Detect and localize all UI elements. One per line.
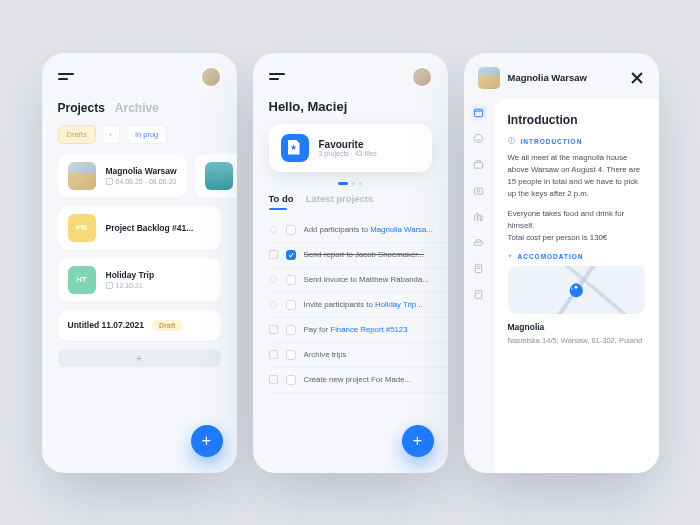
favourite-card[interactable]: Favourite 3 projects · 43 files <box>269 124 432 172</box>
todo-row[interactable]: Send invoice to Matthew Rabanda... <box>269 268 448 293</box>
filter-chip-drafts[interactable]: Drafts <box>58 125 96 144</box>
svg-rect-0 <box>474 109 482 116</box>
todo-checkbox[interactable] <box>286 350 296 360</box>
tab-notes-icon[interactable] <box>471 261 487 277</box>
tab-camera-icon[interactable] <box>471 183 487 199</box>
draft-badge: Draft <box>152 320 182 331</box>
location-name: Magnolia <box>508 322 645 332</box>
svg-point-1 <box>474 134 482 142</box>
svg-rect-5 <box>474 242 482 245</box>
project-title: Magnolia Warsaw <box>106 166 177 176</box>
filter-chip-inprogress[interactable]: In prog <box>126 125 167 144</box>
tab-car-icon[interactable] <box>471 235 487 251</box>
intro-paragraph: Everyone takes food and drink for himsel… <box>508 208 645 244</box>
project-title: Holiday Trip <box>106 270 155 280</box>
menu-icon[interactable] <box>58 73 74 80</box>
attachment-icon <box>269 275 278 284</box>
section-heading: Introduction <box>508 113 645 127</box>
info-icon: ⓘ <box>508 137 516 146</box>
todo-row[interactable]: Invite participants to Holiday Trip... <box>269 293 448 318</box>
note-icon <box>269 350 278 359</box>
add-project-bar[interactable]: + <box>58 349 221 367</box>
project-thumb-photo <box>205 162 233 190</box>
map-preview[interactable]: ⬤● <box>508 266 645 314</box>
subsection-label: ⓘ INTRODUCTION <box>508 137 645 146</box>
project-thumb-photo <box>68 162 96 190</box>
favourite-meta: 3 projects · 43 files <box>319 150 377 157</box>
calendar-icon <box>106 282 113 289</box>
todo-row[interactable]: Pay for Finance Report #5123 <box>269 318 448 343</box>
todo-checkbox[interactable] <box>286 250 296 260</box>
tab-checklist-icon[interactable] <box>471 287 487 303</box>
subsection-label: ⌖ ACCOMODATION <box>508 252 645 260</box>
note-icon <box>269 250 278 259</box>
tab-smile-icon[interactable] <box>471 131 487 147</box>
fab-add-button[interactable]: + <box>191 425 223 457</box>
svg-rect-3 <box>474 188 482 194</box>
svg-point-4 <box>477 190 480 193</box>
todo-list: Add participants to Magnolia Warsa... Se… <box>253 204 448 393</box>
project-thumb-photo <box>478 67 500 89</box>
project-title: Untitled 11.07.2021 <box>68 320 145 330</box>
filter-chip-add[interactable]: + <box>102 125 120 144</box>
todo-checkbox[interactable] <box>286 300 296 310</box>
project-card-peek[interactable] <box>195 154 237 198</box>
note-icon <box>269 375 278 384</box>
svg-point-8 <box>575 286 578 289</box>
avatar[interactable] <box>412 67 432 87</box>
todo-checkbox[interactable] <box>286 375 296 385</box>
project-title: Project Backlog #41... <box>106 223 194 233</box>
project-thumb-initials: PB <box>68 214 96 242</box>
todo-checkbox[interactable] <box>286 225 296 235</box>
pager-dots[interactable] <box>253 172 448 191</box>
map-pin-icon <box>569 280 583 298</box>
project-card-untitled[interactable]: Untitled 11.07.2021 Draft <box>58 310 221 341</box>
svg-rect-7 <box>475 290 481 298</box>
tab-todo[interactable]: To do <box>269 193 294 204</box>
screen-project-detail: Magnolia Warsaw Introduction ⓘ INTRODUCT… <box>464 53 659 473</box>
attachment-icon <box>269 300 278 309</box>
note-icon <box>269 325 278 334</box>
tab-projects[interactable]: Projects <box>58 101 105 115</box>
todo-row[interactable]: Archive trips <box>269 343 448 368</box>
project-thumb-initials: HT <box>68 266 96 294</box>
map-icon: ⌖ <box>508 252 513 260</box>
screen-projects: Projects Archive Drafts + In prog Magnol… <box>42 53 237 473</box>
todo-row[interactable]: Add participants to Magnolia Warsa... <box>269 218 448 243</box>
greeting: Hello, Maciej <box>253 95 448 124</box>
close-icon[interactable] <box>629 70 645 86</box>
fab-add-button[interactable]: + <box>402 425 434 457</box>
todo-row[interactable]: Send report to Jacob Shoemaker... <box>269 243 448 268</box>
menu-icon[interactable] <box>269 73 285 80</box>
tab-briefcase-icon[interactable] <box>471 157 487 173</box>
tab-latest-projects[interactable]: Latest projects <box>306 193 374 204</box>
tab-buildings-icon[interactable] <box>471 209 487 225</box>
todo-checkbox[interactable] <box>286 275 296 285</box>
screen-home: Hello, Maciej Favourite 3 projects · 43 … <box>253 53 448 473</box>
project-card[interactable]: Magnolia Warsaw 04.08.20 - 08.08.20 <box>58 154 187 198</box>
project-card[interactable]: HT Holiday Trip 12.10.21 <box>58 258 221 302</box>
project-card[interactable]: PB Project Backlog #41... <box>58 206 221 250</box>
todo-row[interactable]: Create new project For Made... <box>269 368 448 393</box>
page-title: Magnolia Warsaw <box>508 72 621 83</box>
tab-archive[interactable]: Archive <box>115 101 159 115</box>
svg-rect-2 <box>474 162 482 168</box>
folder-star-icon <box>281 134 309 162</box>
avatar[interactable] <box>201 67 221 87</box>
attachment-icon <box>269 225 278 234</box>
tab-calendar-icon[interactable] <box>471 105 487 121</box>
todo-checkbox[interactable] <box>286 325 296 335</box>
intro-paragraph: We all meet at the magnolia house above … <box>508 152 645 200</box>
location-address: Nasielska 14/5, Warsaw, 81-302, Poland <box>508 335 645 346</box>
calendar-icon <box>106 178 113 185</box>
favourite-title: Favourite <box>319 139 377 150</box>
section-tabs <box>464 99 494 473</box>
